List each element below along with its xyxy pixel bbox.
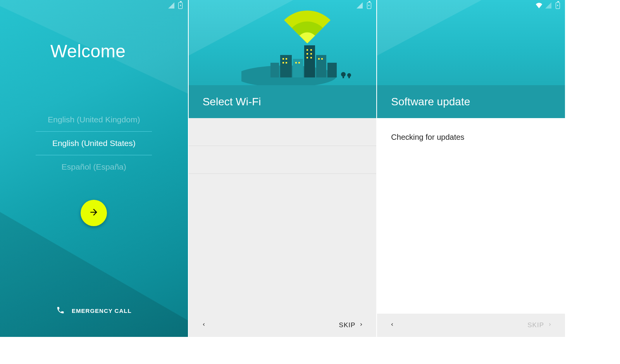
skip-label: SKIP	[339, 321, 356, 329]
cellular-empty-icon	[545, 2, 552, 9]
language-picker[interactable]: English (United Kingdom) English (United…	[36, 108, 152, 179]
battery-charging-icon	[365, 2, 372, 9]
svg-rect-18	[321, 58, 323, 60]
language-option-next[interactable]: Español (España)	[36, 155, 152, 179]
cellular-empty-icon	[356, 2, 363, 9]
chevron-right-icon	[358, 320, 364, 331]
skip-button-disabled: SKIP	[527, 320, 553, 331]
svg-rect-13	[307, 53, 308, 55]
svg-rect-10	[286, 62, 287, 64]
status-bar	[377, 0, 565, 11]
svg-rect-14	[310, 53, 312, 55]
bottom-nav: SKIP	[189, 314, 377, 337]
title-bar: Software update	[377, 85, 565, 118]
svg-rect-15	[307, 57, 308, 58]
software-update-panel: Software update Checking for updates SKI…	[377, 0, 566, 337]
skip-button[interactable]: SKIP	[339, 320, 364, 331]
svg-rect-3	[293, 59, 303, 77]
svg-rect-12	[310, 49, 312, 51]
welcome-title: Welcome	[50, 41, 188, 62]
language-option-prev[interactable]: English (United Kingdom)	[36, 108, 152, 131]
svg-rect-7	[282, 58, 284, 60]
chevron-left-icon	[389, 320, 395, 330]
arrow-right-icon	[89, 207, 99, 219]
update-status-text: Checking for updates	[377, 118, 565, 156]
svg-rect-19	[295, 62, 297, 64]
svg-rect-22	[343, 74, 344, 78]
chevron-right-icon	[547, 320, 553, 331]
status-bar	[0, 0, 188, 11]
cellular-empty-icon	[168, 2, 175, 9]
svg-rect-1	[270, 63, 279, 77]
hero-illustration	[189, 0, 377, 85]
svg-rect-11	[307, 49, 308, 51]
select-wifi-panel: Select Wi-Fi SKIP	[189, 0, 377, 337]
page-title: Software update	[391, 96, 470, 108]
bottom-nav: SKIP	[377, 314, 565, 337]
emergency-call-label: EMERGENCY CALL	[72, 307, 132, 314]
wifi-icon	[536, 2, 542, 9]
svg-rect-9	[282, 62, 284, 64]
phone-icon	[56, 306, 65, 316]
back-button[interactable]	[201, 320, 207, 330]
back-button[interactable]	[389, 320, 395, 330]
title-bar: Select Wi-Fi	[189, 85, 377, 118]
svg-rect-17	[318, 58, 320, 60]
chevron-left-icon	[201, 320, 207, 330]
continue-button[interactable]	[81, 200, 107, 226]
svg-rect-6	[327, 63, 337, 77]
page-title: Select Wi-Fi	[203, 96, 261, 108]
hero-area	[377, 0, 565, 85]
emergency-call-button[interactable]: EMERGENCY CALL	[0, 306, 188, 316]
wifi-list[interactable]	[189, 118, 377, 337]
city-wifi-icon	[241, 9, 373, 85]
status-bar	[189, 0, 377, 11]
svg-rect-4	[304, 45, 315, 77]
content-area: Checking for updates	[377, 118, 565, 337]
skip-label: SKIP	[527, 321, 544, 329]
wifi-list-item[interactable]	[189, 146, 377, 174]
language-option-selected[interactable]: English (United States)	[36, 131, 152, 155]
welcome-panel: Welcome English (United Kingdom) English…	[0, 0, 189, 337]
wifi-list-item[interactable]	[189, 118, 377, 146]
svg-rect-24	[348, 75, 350, 78]
svg-rect-20	[298, 62, 300, 64]
battery-charging-icon	[177, 2, 184, 9]
battery-charging-icon	[554, 2, 561, 9]
svg-rect-16	[310, 57, 312, 58]
svg-rect-8	[286, 58, 287, 60]
